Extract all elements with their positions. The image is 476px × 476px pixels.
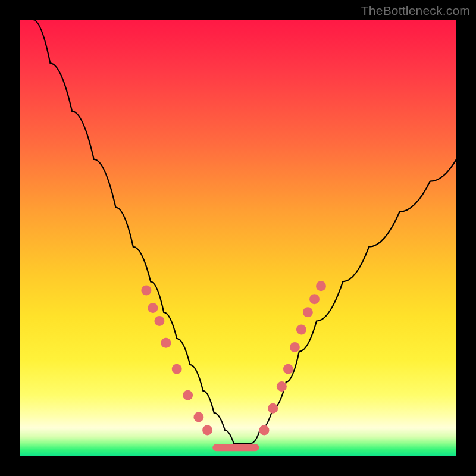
data-point (259, 425, 270, 436)
data-point (283, 364, 293, 374)
watermark-text: TheBottleneck.com (361, 4, 470, 18)
data-point (277, 381, 287, 392)
bottleneck-curve (33, 20, 456, 443)
data-point (183, 390, 193, 400)
data-point (161, 338, 171, 348)
data-point (296, 325, 306, 335)
data-point (193, 412, 203, 422)
data-point (154, 316, 164, 326)
data-point (303, 307, 313, 317)
data-point (172, 364, 182, 374)
data-point (268, 403, 278, 414)
data-point (141, 286, 151, 296)
data-point (202, 425, 212, 436)
plot-area (20, 20, 456, 456)
data-point (148, 303, 158, 313)
chart-svg (20, 20, 456, 456)
data-point (290, 342, 300, 352)
markers-right (259, 281, 327, 435)
data-point (316, 281, 326, 291)
markers-left (141, 286, 212, 436)
outer-frame: TheBottleneck.com (0, 0, 476, 476)
data-point (309, 294, 320, 304)
